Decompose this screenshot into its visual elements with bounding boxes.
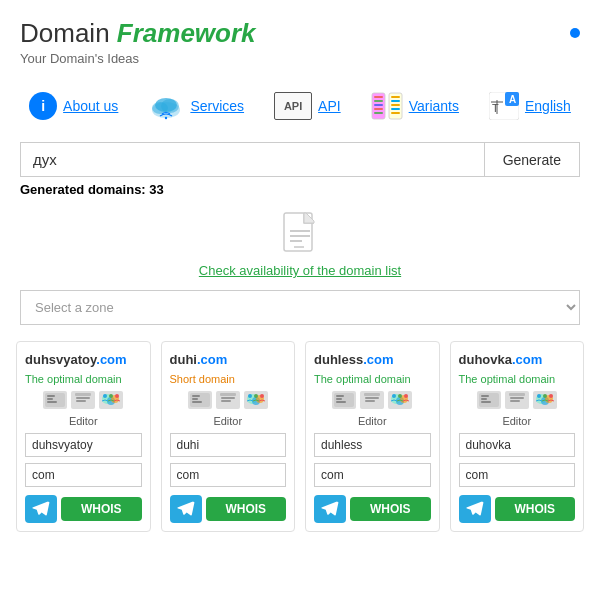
- whois-button[interactable]: WHOIS: [350, 497, 431, 521]
- card-tld: .com: [512, 352, 542, 367]
- svg-point-42: [115, 394, 119, 398]
- card-domain-name: duhi.com: [170, 352, 287, 367]
- domain-card: duhi.com Short domain: [161, 341, 296, 532]
- domain-card: duhsvyatoy.com The optimal domain: [16, 341, 151, 532]
- zone-area: Select a zone: [0, 284, 600, 333]
- telegram-icon: [466, 500, 484, 518]
- card-name: duhovka: [459, 352, 512, 367]
- nav-item-api[interactable]: API API: [274, 92, 341, 120]
- svg-point-56: [260, 394, 264, 398]
- svg-point-84: [549, 394, 553, 398]
- page-title: Domain Framework: [20, 18, 256, 49]
- editor-icon-2: [505, 391, 529, 409]
- svg-rect-11: [374, 112, 383, 114]
- svg-rect-58: [336, 395, 344, 397]
- telegram-button[interactable]: [25, 495, 57, 523]
- svg-rect-9: [374, 104, 383, 106]
- card-tld-input[interactable]: [25, 463, 142, 487]
- generated-count: Generated domains: 33: [20, 182, 580, 197]
- svg-point-68: [392, 394, 396, 398]
- svg-point-41: [109, 394, 113, 398]
- whois-button[interactable]: WHOIS: [495, 497, 576, 521]
- editor-icon-3: [388, 391, 412, 409]
- whois-button[interactable]: WHOIS: [206, 497, 287, 521]
- card-tld: .com: [96, 352, 126, 367]
- card-status: The optimal domain: [459, 373, 576, 385]
- editor-icon-3: [244, 391, 268, 409]
- card-status: Short domain: [170, 373, 287, 385]
- svg-rect-15: [391, 108, 400, 110]
- editor-icon-1: [188, 391, 212, 409]
- svg-rect-77: [510, 397, 524, 399]
- svg-text:T: T: [492, 102, 499, 114]
- editor-icon-2: [360, 391, 384, 409]
- svg-rect-8: [374, 100, 383, 102]
- card-name-input[interactable]: [314, 433, 431, 457]
- editor-icon-1: [332, 391, 356, 409]
- document-icon: [280, 211, 320, 259]
- svg-rect-10: [374, 108, 383, 110]
- card-name: duhsvyatoy: [25, 352, 96, 367]
- svg-point-55: [254, 394, 258, 398]
- search-input[interactable]: [20, 142, 484, 177]
- editor-icon-2: [216, 391, 240, 409]
- domain-list-link[interactable]: Check availability of the domain list: [199, 263, 401, 278]
- translate-icon: A T: [489, 92, 519, 120]
- card-editor-label: Editor: [25, 415, 142, 427]
- nav-item-english[interactable]: A T English: [489, 92, 571, 120]
- svg-rect-35: [76, 397, 90, 399]
- card-tld: .com: [197, 352, 227, 367]
- telegram-button[interactable]: [170, 495, 202, 523]
- svg-rect-59: [336, 398, 342, 400]
- card-actions: WHOIS: [459, 495, 576, 523]
- svg-rect-78: [510, 400, 520, 402]
- card-status: The optimal domain: [314, 373, 431, 385]
- card-tld: .com: [363, 352, 393, 367]
- telegram-icon: [32, 500, 50, 518]
- cards-area: duhsvyatoy.com The optimal domain: [0, 333, 600, 548]
- editor-icon-2: [71, 391, 95, 409]
- header-subtitle: Your Domain's Ideas: [20, 51, 256, 66]
- nav-item-services[interactable]: Services: [148, 92, 244, 120]
- card-name: duhless: [314, 352, 363, 367]
- domain-card: duhless.com The optimal domain: [305, 341, 440, 532]
- card-actions: WHOIS: [170, 495, 287, 523]
- nav-item-about[interactable]: i About us: [29, 92, 118, 120]
- count-label: Generated domains:: [20, 182, 146, 197]
- svg-point-40: [103, 394, 107, 398]
- svg-rect-73: [481, 398, 487, 400]
- editor-icon-3: [533, 391, 557, 409]
- svg-rect-14: [391, 104, 400, 106]
- card-actions: WHOIS: [314, 495, 431, 523]
- svg-rect-63: [365, 397, 379, 399]
- svg-rect-46: [192, 401, 202, 403]
- svg-text:A: A: [509, 94, 516, 105]
- whois-button[interactable]: WHOIS: [61, 497, 142, 521]
- telegram-icon: [321, 500, 339, 518]
- zone-select[interactable]: Select a zone: [20, 290, 580, 325]
- telegram-button[interactable]: [459, 495, 491, 523]
- card-tld-input[interactable]: [170, 463, 287, 487]
- domain-list-area: Check availability of the domain list: [0, 201, 600, 284]
- card-icons: [170, 391, 287, 409]
- card-domain-name: duhovka.com: [459, 352, 576, 367]
- card-editor-label: Editor: [170, 415, 287, 427]
- nav-item-variants[interactable]: Variants: [371, 92, 459, 120]
- card-status: The optimal domain: [25, 373, 142, 385]
- card-name-input[interactable]: [170, 433, 287, 457]
- svg-rect-60: [336, 401, 346, 403]
- svg-rect-44: [192, 395, 200, 397]
- telegram-button[interactable]: [314, 495, 346, 523]
- card-tld-input[interactable]: [314, 463, 431, 487]
- card-editor-label: Editor: [314, 415, 431, 427]
- domain-card: duhovka.com The optimal domain: [450, 341, 585, 532]
- card-name-input[interactable]: [459, 433, 576, 457]
- card-name: duhi: [170, 352, 197, 367]
- card-tld-input[interactable]: [459, 463, 576, 487]
- title-plain: Domain: [20, 18, 117, 48]
- svg-rect-49: [221, 397, 235, 399]
- card-name-input[interactable]: [25, 433, 142, 457]
- card-icons: [459, 391, 576, 409]
- generate-button[interactable]: Generate: [484, 142, 580, 177]
- variants-icon: [371, 92, 403, 120]
